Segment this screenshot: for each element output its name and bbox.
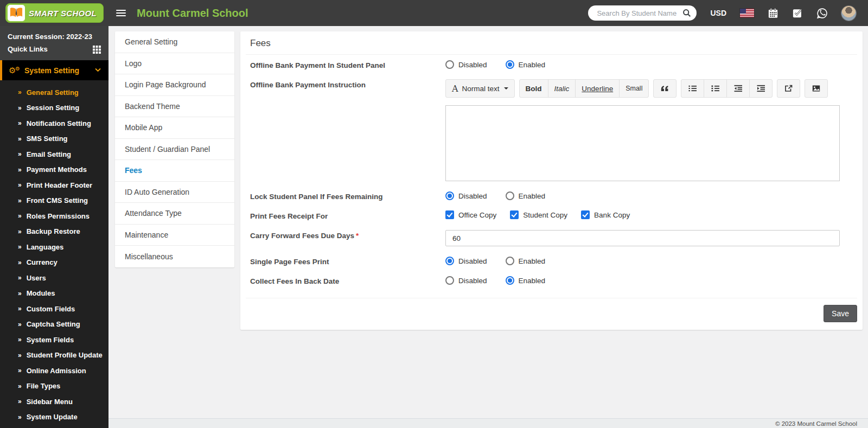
- search-icon[interactable]: [682, 9, 691, 17]
- sidebar-item-system-fields[interactable]: »System Fields: [0, 332, 108, 348]
- settings-tab-login-page-background[interactable]: Login Page Background: [115, 74, 234, 96]
- sidebar-menu-system-setting[interactable]: ⚙⚙ System Setting: [0, 60, 108, 80]
- sidebar-item-currency[interactable]: »Currency: [0, 255, 108, 271]
- insert-image-icon[interactable]: [805, 79, 828, 98]
- sidebar-item-notification-setting[interactable]: »Notification Setting: [0, 116, 108, 131]
- checkbox-checked-icon: [445, 210, 454, 219]
- unordered-list-icon[interactable]: [704, 79, 727, 98]
- sidebar-item-label: System Update: [27, 413, 78, 421]
- underline-button[interactable]: Underline: [575, 79, 620, 98]
- indent-icon[interactable]: [749, 79, 773, 98]
- field-single-page-print: Single Page Fees Print Disabled Enabled: [246, 251, 857, 271]
- hamburger-menu-icon[interactable]: [116, 8, 126, 18]
- radio-option-disabled[interactable]: Disabled: [445, 257, 487, 265]
- sidebar-item-label: SMS Setting: [27, 135, 68, 143]
- radio-option-enabled[interactable]: Enabled: [506, 276, 546, 285]
- share-link-icon[interactable]: [777, 79, 800, 98]
- sidebar-item-student-profile-update[interactable]: »Student Profile Update: [0, 348, 108, 363]
- sidebar-item-captcha-setting[interactable]: »Captcha Setting: [0, 317, 108, 333]
- whatsapp-icon[interactable]: [816, 8, 828, 19]
- settings-tab-fees[interactable]: Fees: [115, 160, 234, 182]
- double-chevron-icon: »: [18, 197, 22, 205]
- checkbox-checked-icon: [510, 210, 519, 219]
- currency-selector[interactable]: USD: [710, 9, 726, 17]
- radio-option-enabled[interactable]: Enabled: [506, 257, 546, 265]
- settings-tab-general-setting[interactable]: General Setting: [115, 31, 234, 53]
- search-input[interactable]: [596, 9, 682, 18]
- sidebar-item-custom-fields[interactable]: »Custom Fields: [0, 301, 108, 317]
- field-label: Carry Forward Fees Due Days*: [246, 230, 445, 240]
- ordered-list-icon[interactable]: [681, 79, 704, 98]
- small-button[interactable]: Small: [619, 79, 649, 98]
- settings-tab-maintenance[interactable]: Maintenance: [115, 225, 234, 246]
- settings-tab-student-guardian-panel[interactable]: Student / Guardian Panel: [115, 139, 234, 161]
- radio-option-enabled[interactable]: Enabled: [506, 60, 546, 69]
- required-asterisk: *: [356, 232, 359, 240]
- settings-tab-label: Mobile App: [125, 123, 162, 132]
- sidebar-item-roles-permissions[interactable]: »Roles Permissions: [0, 208, 108, 224]
- settings-tab-logo[interactable]: Logo: [115, 53, 234, 75]
- editor-textarea[interactable]: [445, 105, 840, 181]
- settings-tab-backend-theme[interactable]: Backend Theme: [115, 96, 234, 118]
- bold-button[interactable]: Bold: [519, 79, 548, 98]
- settings-tab-miscellaneous[interactable]: Miscellaneous: [115, 246, 234, 267]
- link-group: [777, 79, 800, 98]
- user-avatar[interactable]: [841, 6, 856, 21]
- settings-tab-label: Maintenance: [125, 231, 168, 239]
- sidebar-item-sms-setting[interactable]: »SMS Setting: [0, 131, 108, 147]
- sidebar-item-backup-restore[interactable]: »Backup Restore: [0, 224, 108, 240]
- blockquote-icon[interactable]: [653, 79, 676, 98]
- sidebar-item-label: Online Admission: [27, 367, 86, 375]
- checkbox-label: Student Copy: [523, 211, 567, 219]
- settings-tab-label: ID Auto Generation: [125, 188, 189, 196]
- sidebar-item-modules[interactable]: »Modules: [0, 286, 108, 302]
- outdent-icon[interactable]: [726, 79, 750, 98]
- sidebar-item-front-cms-setting[interactable]: »Front CMS Setting: [0, 193, 108, 209]
- radio-option-disabled[interactable]: Disabled: [445, 191, 487, 200]
- sidebar-item-email-setting[interactable]: »Email Setting: [0, 146, 108, 162]
- settings-tab-attendance-type[interactable]: Attendance Type: [115, 203, 234, 225]
- editor-toolbar: A Normal text Bold Italic Underline Smal…: [445, 79, 840, 98]
- sidebar-item-users[interactable]: »Users: [0, 270, 108, 286]
- richtext-editor: A Normal text Bold Italic Underline Smal…: [445, 79, 840, 181]
- sidebar-item-languages[interactable]: »Languages: [0, 239, 108, 255]
- sidebar-item-session-setting[interactable]: »Session Setting: [0, 100, 108, 116]
- radio-icon: [445, 60, 454, 69]
- list-group: [681, 79, 773, 98]
- radio-checked-icon: [506, 276, 514, 285]
- app-logo[interactable]: SMART SCHOOL: [0, 0, 108, 26]
- save-button[interactable]: Save: [824, 305, 857, 322]
- checkbox-office-copy[interactable]: Office Copy: [445, 210, 496, 219]
- radio-option-enabled[interactable]: Enabled: [506, 191, 546, 200]
- field-label: Print Fees Receipt For: [246, 210, 445, 220]
- settings-tab-label: Login Page Background: [125, 80, 206, 89]
- gears-icon: ⚙⚙: [9, 66, 20, 74]
- quick-links[interactable]: Quick Links: [8, 43, 101, 56]
- field-print-fees-receipt: Print Fees Receipt For Office Copy Stude…: [246, 206, 857, 225]
- checkbox-checked-icon: [581, 210, 590, 219]
- checkbox-group: Office Copy Student Copy Bank Copy: [445, 210, 840, 219]
- settings-tab-id-auto-generation[interactable]: ID Auto Generation: [115, 182, 234, 203]
- sidebar-item-print-header-footer[interactable]: »Print Header Footer: [0, 177, 108, 193]
- language-flag-icon[interactable]: [740, 9, 754, 17]
- radio-option-disabled[interactable]: Disabled: [445, 60, 487, 69]
- sidebar-item-system-update[interactable]: »System Update: [0, 410, 108, 425]
- radio-group: Disabled Enabled: [445, 256, 840, 265]
- sidebar-item-online-admission[interactable]: »Online Admission: [0, 363, 108, 379]
- field-label: Collect Fees In Back Date: [246, 276, 445, 285]
- sidebar-item-sidebar-menu[interactable]: »Sidebar Menu: [0, 394, 108, 410]
- settings-tab-mobile-app[interactable]: Mobile App: [115, 117, 234, 139]
- carry-forward-days-input[interactable]: [445, 230, 840, 246]
- checkbox-bank-copy[interactable]: Bank Copy: [581, 210, 630, 219]
- sidebar-item-general-setting[interactable]: »General Setting: [0, 85, 108, 100]
- task-check-icon[interactable]: [792, 8, 803, 18]
- checkbox-student-copy[interactable]: Student Copy: [510, 210, 567, 219]
- paragraph-style-dropdown[interactable]: A Normal text: [445, 79, 515, 98]
- sidebar-item-payment-methods[interactable]: »Payment Methods: [0, 162, 108, 178]
- double-chevron-icon: »: [18, 305, 22, 312]
- radio-option-disabled[interactable]: Disabled: [445, 276, 487, 285]
- italic-button[interactable]: Italic: [548, 79, 576, 98]
- student-search: [588, 5, 697, 21]
- calendar-icon[interactable]: [768, 8, 778, 18]
- sidebar-item-file-types[interactable]: »File Types: [0, 379, 108, 394]
